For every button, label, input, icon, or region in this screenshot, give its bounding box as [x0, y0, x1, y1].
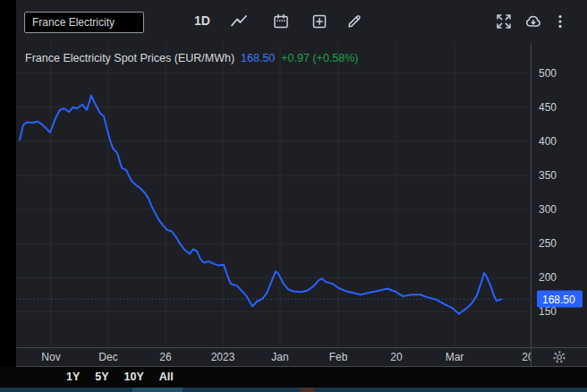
time-axis-label: 20	[390, 351, 402, 363]
range-button-5y[interactable]: 5Y	[95, 371, 108, 383]
time-axis-label: Jan	[271, 351, 288, 363]
time-axis-label: Feb	[329, 351, 348, 363]
time-axis-label: Nov	[41, 351, 60, 363]
range-button-all[interactable]: All	[159, 371, 174, 383]
current-price-badge: 168.50	[537, 291, 583, 308]
axis-settings-corner[interactable]	[531, 347, 587, 366]
chart-widget: France Electricity 1D	[16, 0, 587, 367]
interval-button[interactable]: 1D	[189, 13, 216, 28]
time-axis[interactable]: NovDec262023JanFeb20Mar20	[16, 347, 531, 366]
time-axis-label: Mar	[446, 351, 464, 363]
cloud-save-button[interactable]	[522, 10, 545, 33]
price-axis[interactable]: 150200250300350400450500168.50	[531, 43, 587, 347]
symbol-search-input[interactable]: France Electricity	[24, 12, 144, 33]
price-axis-label: 400	[539, 135, 557, 148]
compare-add-icon	[311, 13, 328, 30]
chart-legend: France Electricity Spot Prices (EUR/MWh)…	[25, 52, 358, 64]
chart-style-button[interactable]	[227, 10, 251, 33]
compare-add-button[interactable]	[308, 10, 331, 33]
range-button-10y[interactable]: 10Y	[124, 371, 144, 383]
price-chart[interactable]	[16, 43, 531, 347]
chart-pane[interactable]: France Electricity Spot Prices (EUR/MWh)…	[16, 43, 531, 347]
price-axis-label: 500	[539, 67, 557, 80]
fullscreen-button[interactable]	[492, 10, 515, 33]
legend-change: +0.97 (+0.58%)	[281, 52, 358, 64]
legend-title: France Electricity Spot Prices (EUR/MWh)	[25, 52, 234, 64]
more-menu-icon	[552, 13, 568, 30]
price-axis-label: 250	[539, 237, 557, 250]
price-axis-label: 350	[539, 169, 557, 182]
range-selector-bar: 1Y 5Y 10Y All	[0, 367, 587, 388]
time-axis-label: 2023	[211, 351, 235, 363]
range-selector: 1Y 5Y 10Y All	[66, 371, 174, 383]
time-axis-label: 20	[522, 351, 531, 363]
more-menu-button[interactable]	[549, 10, 572, 33]
time-axis-label: Dec	[98, 351, 117, 363]
strip-accent	[132, 388, 183, 392]
legend-last-price: 168.50	[241, 52, 275, 64]
time-axis-label: 26	[159, 351, 171, 363]
draw-pencil-icon	[346, 13, 362, 30]
calendar-icon	[273, 13, 289, 30]
price-axis-label: 300	[539, 203, 557, 216]
draw-button[interactable]	[343, 10, 366, 33]
price-axis-label: 450	[539, 101, 557, 114]
bottom-edge-strip	[0, 388, 587, 392]
settings-gear-icon	[551, 349, 567, 365]
chart-toolbar: France Electricity 1D	[16, 0, 587, 43]
calendar-button[interactable]	[269, 10, 293, 33]
line-chart-style-icon	[230, 13, 248, 30]
strip-accent	[301, 388, 315, 392]
range-button-1y[interactable]: 1Y	[66, 371, 80, 383]
fullscreen-icon	[496, 13, 512, 30]
price-axis-label: 200	[539, 271, 557, 284]
cloud-save-icon	[524, 13, 542, 30]
